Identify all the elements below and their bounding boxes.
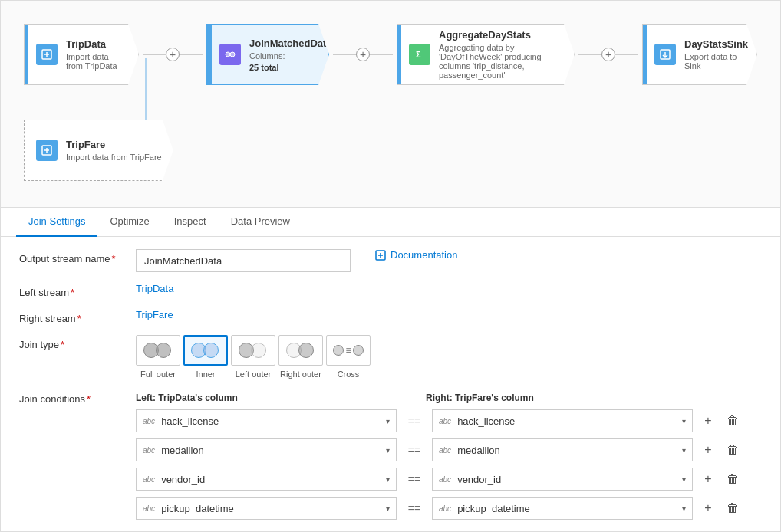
join-type-left-outer[interactable]: Left outer <box>231 335 275 379</box>
settings-panel: Output stream name* Documentation Left s… <box>1 237 780 531</box>
tab-join-settings[interactable]: Join Settings <box>16 208 97 237</box>
cross-circle-2 <box>353 345 364 356</box>
condition-row-1: abc medallion ▾ == abc medallion ▾ + 🗑 <box>136 438 742 461</box>
left-column-header: Left: TripData's column <box>136 392 397 403</box>
node-aggregatedaystats[interactable]: Σ AggregateDayStats Aggregating data by … <box>397 24 575 85</box>
aggregate-node-icon: Σ <box>408 43 431 66</box>
add-condition-0[interactable]: + <box>699 412 717 430</box>
required-star-1: * <box>112 253 116 264</box>
export-icon <box>654 44 676 65</box>
node-sink-bar <box>643 25 647 84</box>
tab-inspect[interactable]: Inspect <box>162 208 219 237</box>
join-title: JoinMatchedData <box>249 38 332 49</box>
full-outer-right <box>156 343 171 358</box>
node-tripfare[interactable]: TripFare Import data from TripFare <box>24 120 173 181</box>
cross-label: Cross <box>338 369 360 379</box>
node-daystatssink[interactable]: DayStatsSink Export data to Sink <box>642 24 757 85</box>
aggregate-subtitle: Aggregating data by 'DayOfTheWeek' produ… <box>439 43 563 80</box>
node-joinmatcheddata[interactable]: JoinMatchedData Columns: 25 total <box>206 24 329 85</box>
add-step-1[interactable]: + <box>166 48 180 61</box>
import-icon <box>36 44 58 65</box>
abc-badge-r3: abc <box>439 504 451 513</box>
delete-condition-2[interactable]: 🗑 <box>723 470 742 488</box>
delete-condition-3[interactable]: 🗑 <box>723 499 742 517</box>
output-stream-row: Output stream name* Documentation <box>19 249 762 272</box>
tripdata-title: TripData <box>66 38 127 50</box>
join-type-full-outer[interactable]: Full outer <box>136 335 180 379</box>
join-conditions-row: Join conditions* Left: TripData's column… <box>19 389 762 526</box>
delete-condition-1[interactable]: 🗑 <box>723 441 742 459</box>
join-icon <box>219 44 241 65</box>
output-stream-input[interactable] <box>136 249 351 272</box>
join-type-right-outer[interactable]: Right outer <box>278 335 323 379</box>
abc-badge-1: abc <box>143 446 155 455</box>
full-outer-label: Full outer <box>140 369 176 379</box>
arrow-line-3b <box>615 54 638 55</box>
right-outer-label: Right outer <box>280 369 321 379</box>
delete-condition-0[interactable]: 🗑 <box>723 412 742 430</box>
svg-point-1 <box>226 52 230 57</box>
tripfare-area: TripFare Import data from TripFare <box>24 120 173 181</box>
join-conditions-area: Left: TripData's column Right: TripFare'… <box>136 392 742 526</box>
add-step-3[interactable]: + <box>601 48 615 61</box>
node-tripdata[interactable]: TripData Import data from TripData <box>24 24 139 85</box>
right-stream-value[interactable]: TripFare <box>136 309 173 320</box>
tripfare-icon <box>35 139 58 162</box>
tripdata-icon <box>35 43 58 66</box>
sink-title: DayStatsSink <box>684 38 748 50</box>
left-select-1[interactable]: abc medallion ▾ <box>136 438 397 461</box>
right-select-2[interactable]: abc vendor_id ▾ <box>432 468 693 491</box>
join-subtitle-2: 25 total <box>249 63 332 72</box>
right-value-3: pickup_datetime <box>457 503 682 514</box>
left-select-3[interactable]: abc pickup_datetime ▾ <box>136 497 397 520</box>
left-select-0[interactable]: abc hack_license ▾ <box>136 409 397 432</box>
right-select-0[interactable]: abc hack_license ▾ <box>432 409 693 432</box>
pipeline-canvas: TripData Import data from TripData + <box>1 1 780 208</box>
join-conditions-label: Join conditions* <box>19 389 127 405</box>
arrow-line-2b <box>370 54 393 55</box>
sink-subtitle: Export data to Sink <box>684 52 748 71</box>
left-outer-venn <box>239 341 268 360</box>
required-star-5: * <box>87 393 91 405</box>
right-select-3[interactable]: abc pickup_datetime ▾ <box>432 497 693 520</box>
join-type-cross[interactable]: ≡ Cross <box>326 335 371 379</box>
join-node-icon <box>219 43 242 66</box>
join-type-inner[interactable]: Inner <box>183 335 228 379</box>
tab-data-preview[interactable]: Data Preview <box>219 208 302 237</box>
documentation-link[interactable]: Documentation <box>375 249 457 261</box>
add-condition-1[interactable]: + <box>699 441 717 459</box>
tab-optimize[interactable]: Optimize <box>97 208 161 237</box>
arrow-line-2 <box>333 54 356 55</box>
aggregate-title: AggregateDayStats <box>439 29 563 41</box>
abc-badge-3: abc <box>143 504 155 513</box>
right-stream-label: Right stream* <box>19 309 127 324</box>
tripfare-content: TripFare Import data from TripFare <box>58 139 162 162</box>
left-stream-value[interactable]: TripData <box>136 283 173 294</box>
eq-sign-1: == <box>403 444 426 456</box>
inner-label: Inner <box>196 369 215 379</box>
sink-content: DayStatsSink Export data to Sink <box>677 38 748 71</box>
inner-wrap <box>183 335 228 366</box>
tripfare-import-icon <box>36 140 58 161</box>
add-condition-2[interactable]: + <box>699 470 717 488</box>
eq-sign-3: == <box>403 502 426 514</box>
join-type-options: Full outer Inner <box>136 335 371 379</box>
right-stream-row: Right stream* TripFare <box>19 309 762 324</box>
connector-3: + <box>575 48 642 61</box>
cross-wrap: ≡ <box>326 335 371 366</box>
tripfare-title: TripFare <box>66 139 162 150</box>
tabs-bar: Join Settings Optimize Inspect Data Prev… <box>1 208 780 237</box>
full-outer-venn <box>143 341 173 360</box>
dropdown-arrow-1: ▾ <box>386 446 390 455</box>
left-select-2[interactable]: abc vendor_id ▾ <box>136 468 397 491</box>
full-outer-wrap <box>136 335 180 366</box>
left-value-2: vendor_id <box>161 474 386 485</box>
output-stream-label: Output stream name* <box>19 249 127 264</box>
abc-badge-2: abc <box>143 475 155 484</box>
left-value-0: hack_license <box>161 415 386 427</box>
cross-lines: ≡ <box>345 345 351 356</box>
add-step-2[interactable]: + <box>356 48 370 61</box>
right-select-1[interactable]: abc medallion ▾ <box>432 438 693 461</box>
add-condition-3[interactable]: + <box>699 499 717 517</box>
node-agg-bar <box>397 25 401 84</box>
